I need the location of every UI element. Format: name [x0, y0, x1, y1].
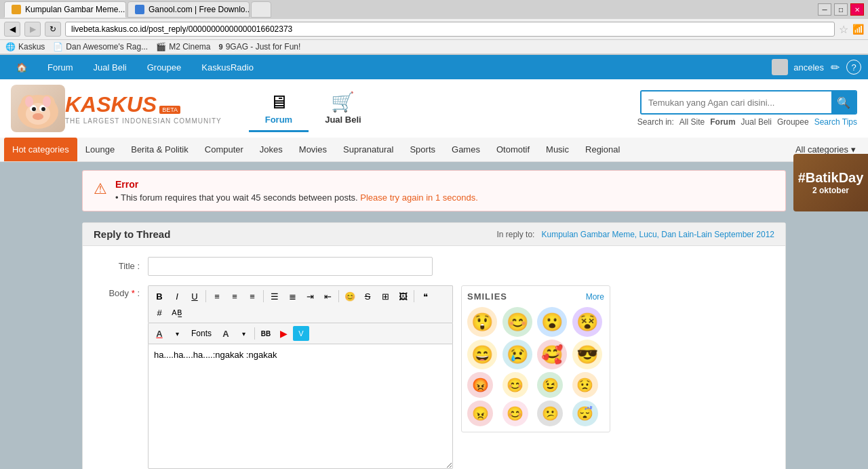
bookmark-kaskus[interactable]: 🌐 Kaskus	[5, 42, 45, 52]
minimize-button[interactable]: ─	[818, 3, 831, 16]
smiley-14[interactable]: 😊	[502, 401, 528, 426]
toolbar-font-color-dropdown[interactable]: ▾	[169, 326, 185, 341]
bookmark-m2-label: M2 Cinema	[169, 42, 210, 52]
cat-jokes[interactable]: Jokes	[252, 138, 291, 161]
nav-jualbeli[interactable]: Jual Beli	[84, 57, 136, 78]
search-tips-link[interactable]: Search Tips	[814, 117, 857, 127]
smiley-4[interactable]: 😵	[572, 307, 602, 337]
bookmark-m2-icon: 🎬	[156, 42, 166, 52]
nav-home[interactable]: 🏠	[7, 57, 37, 78]
toolbar-align-right[interactable]: ≡	[244, 289, 260, 304]
search-option-forum[interactable]: Forum	[710, 117, 735, 127]
cat-berita[interactable]: Berita & Politik	[123, 138, 197, 161]
help-icon[interactable]: ?	[846, 60, 861, 75]
smiley-3[interactable]: 😮	[537, 307, 567, 337]
toolbar-align-left[interactable]: ≡	[209, 289, 225, 304]
smiley-15[interactable]: 😕	[537, 401, 563, 426]
smiley-1[interactable]: 😲	[467, 307, 497, 337]
title-bar: Kumpulan Gambar Meme... ✕ Ganool.com | F…	[0, 0, 868, 19]
tab-ganool[interactable]: Ganool.com | Free Downlo... ✕	[127, 1, 250, 18]
jualbeli-nav-label: Jual Beli	[325, 115, 361, 125]
forward-button[interactable]: ▶	[24, 22, 41, 37]
nav-groupee[interactable]: Groupee	[138, 57, 191, 78]
bookmark-m2[interactable]: 🎬 M2 Cinema	[156, 42, 210, 52]
cat-regional[interactable]: Regional	[577, 138, 628, 161]
toolbar-emoji[interactable]: 😊	[342, 289, 358, 304]
smiley-10[interactable]: 😊	[502, 372, 528, 398]
search-option-jualbeli[interactable]: Jual Beli	[741, 117, 772, 127]
close-button[interactable]: ✕	[850, 3, 864, 16]
toolbar-strike[interactable]: S	[359, 289, 376, 304]
edit-icon[interactable]: ✏	[831, 61, 840, 74]
search-input[interactable]	[642, 91, 831, 113]
tab-empty[interactable]	[251, 1, 271, 18]
title-input[interactable]	[148, 257, 433, 276]
cat-hot[interactable]: Hot categories	[4, 138, 77, 161]
cat-otomotif[interactable]: Otomotif	[488, 138, 538, 161]
cat-supranatural[interactable]: Supranatural	[335, 138, 401, 161]
bookmark-dan[interactable]: 📄 Dan Awesome's Rag...	[53, 42, 148, 52]
search-option-allsite[interactable]: All Site	[679, 117, 705, 127]
toolbar-sep-4	[414, 290, 414, 302]
smilies-more-link[interactable]: More	[586, 292, 604, 302]
toolbar-list-ul[interactable]: ☰	[267, 289, 283, 304]
toolbar-vimeo[interactable]: V	[293, 326, 309, 341]
toolbar-list-ol[interactable]: ≣	[284, 289, 300, 304]
toolbar-code[interactable]: AB̲	[169, 305, 185, 320]
search-option-groupee[interactable]: Groupee	[777, 117, 809, 127]
top-nav: 🏠 Forum Jual Beli Groupee KaskusRadio an…	[0, 55, 868, 79]
smiley-12[interactable]: 😟	[572, 372, 598, 398]
bookmark-9gag[interactable]: 9 9GAG - Just for Fun!	[219, 42, 301, 52]
toolbar-font-color[interactable]: A	[151, 326, 167, 341]
toolbar-hash[interactable]: #	[151, 305, 167, 320]
smiley-2[interactable]: 😊	[502, 307, 532, 337]
nav-forum-icon[interactable]: 🖥 Forum	[249, 85, 309, 132]
toolbar-fonts[interactable]: Fonts	[186, 326, 216, 341]
smiley-8[interactable]: 😎	[572, 340, 602, 369]
toolbar-image[interactable]: 🖼	[395, 289, 411, 304]
avatar	[772, 59, 788, 75]
smiley-9[interactable]: 😡	[467, 372, 493, 398]
toolbar-bg-color[interactable]: A	[218, 326, 234, 341]
search-area: 🔍 Search in: All Site Forum Jual Beli Gr…	[637, 90, 857, 127]
body-row: Body * : B I U ≡ ≡ ≡	[99, 285, 769, 469]
search-button[interactable]: 🔍	[831, 91, 856, 113]
toolbar-outdent[interactable]: ⇤	[319, 289, 336, 304]
toolbar-align-center[interactable]: ≡	[226, 289, 243, 304]
tab-kumpulan[interactable]: Kumpulan Gambar Meme... ✕	[4, 1, 126, 18]
nav-kaskusradio[interactable]: KaskusRadio	[192, 57, 263, 78]
toolbar-bold[interactable]: B	[151, 289, 167, 304]
toolbar-youtube[interactable]: ▶	[275, 326, 292, 341]
toolbar-indent[interactable]: ⇥	[302, 289, 318, 304]
logo-text-area: KASKUS BETA THE LARGEST INDONESIAN COMMU…	[65, 92, 222, 125]
toolbar-bg-color-dropdown[interactable]: ▾	[235, 326, 252, 341]
back-button[interactable]: ◀	[4, 22, 20, 37]
toolbar-bb-code[interactable]: BB	[258, 326, 274, 341]
nav-jualbeli-icon[interactable]: 🛒 Jual Beli	[309, 85, 377, 132]
reload-button[interactable]: ↻	[45, 22, 61, 37]
smiley-5[interactable]: 😄	[467, 340, 497, 369]
maximize-button[interactable]: □	[834, 3, 848, 16]
cat-movies[interactable]: Movies	[291, 138, 335, 161]
toolbar-italic[interactable]: I	[169, 289, 185, 304]
toolbar-underline[interactable]: U	[186, 289, 203, 304]
body-textarea[interactable]: ha....ha....ha....:ngakak :ngakak	[148, 344, 453, 469]
editor-toolbar: B I U ≡ ≡ ≡ ☰ ≣ ⇥ ⇤	[148, 285, 453, 323]
thread-link[interactable]: Kumpulan Gambar Meme, Lucu, Dan Lain-Lai…	[541, 230, 774, 239]
cat-games[interactable]: Games	[443, 138, 488, 161]
toolbar-quote[interactable]: ❝	[417, 289, 433, 304]
toolbar-table[interactable]: ⊞	[377, 289, 393, 304]
smiley-13[interactable]: 😠	[467, 401, 493, 426]
address-input[interactable]	[65, 22, 835, 37]
smiley-11[interactable]: 😉	[537, 372, 563, 398]
cat-music[interactable]: Music	[538, 138, 577, 161]
tab-label-kumpulan: Kumpulan Gambar Meme...	[25, 5, 125, 14]
cat-computer[interactable]: Computer	[197, 138, 252, 161]
bookmark-star[interactable]: ☆	[839, 23, 848, 36]
smiley-7[interactable]: 🥰	[537, 340, 567, 369]
nav-forum[interactable]: Forum	[38, 57, 83, 78]
smiley-16[interactable]: 😴	[572, 401, 598, 426]
cat-lounge[interactable]: Lounge	[77, 138, 123, 161]
cat-sports[interactable]: Sports	[401, 138, 443, 161]
smiley-6[interactable]: 😢	[502, 340, 532, 369]
